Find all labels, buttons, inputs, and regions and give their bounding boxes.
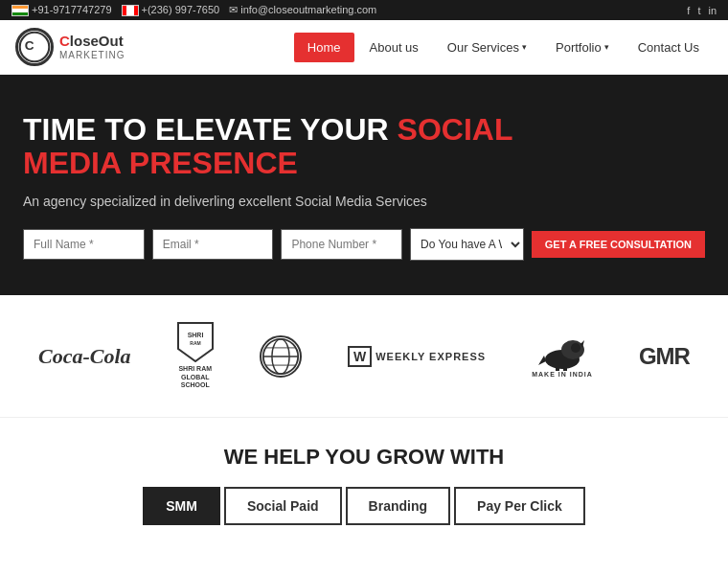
chevron-down-icon: ▾ [604,42,609,52]
tab-social-paid[interactable]: Social Paid [224,487,342,525]
logos-section: Coca-Cola SHRI RAM SHRI RAMGLOBALSCHOOL … [0,295,728,417]
header: C CloseOut Marketing Home About us Our S… [0,20,728,75]
weekly-logo: W WEEKLY EXPRESS [348,346,486,367]
hero-section: TIME TO ELEVATE YOUR SOCIAL MEDIA PRESEN… [0,75,728,295]
tab-branding[interactable]: Branding [346,487,450,525]
grow-section: WE HELP YOU GROW WITH SMM Social Paid Br… [0,418,728,544]
nav-about[interactable]: About us [356,33,432,62]
gmr-logo: GMR [639,343,690,370]
cocacola-logo: Coca-Cola [38,344,131,369]
svg-point-13 [571,343,580,353]
canada-flag: +(236) 997-7650 [122,4,220,16]
facebook-icon[interactable]: f [687,5,690,16]
nav-services[interactable]: Our Services ▾ [434,33,540,62]
tabs: SMM Social Paid Branding Pay Per Click [15,487,713,525]
svg-marker-15 [538,356,546,365]
chevron-down-icon: ▾ [522,42,527,52]
nav-portfolio[interactable]: Portfolio ▾ [542,33,623,62]
logo[interactable]: C CloseOut Marketing [15,28,125,66]
svg-text:RAM: RAM [190,340,200,346]
logo-icon: C [15,28,54,66]
top-bar-contact: +91-9717747279 +(236) 997-7650 ✉ info@cl… [11,4,376,16]
tab-ppc[interactable]: Pay Per Click [454,487,585,525]
nav-contact[interactable]: Contact Us [625,33,713,62]
logo-text: CloseOut Marketing [59,33,125,61]
email-contact: ✉ info@closeoutmarketing.com [229,4,376,16]
hero-form: Do You have A Website ? Yes No GET A FRE… [23,228,705,261]
email-input[interactable] [152,229,274,260]
nav-home[interactable]: Home [294,33,354,62]
svg-text:C: C [25,38,34,53]
lion-silhouette [536,334,589,371]
phone-input[interactable] [281,229,402,260]
tab-smm[interactable]: SMM [143,487,220,525]
instagram-icon[interactable]: in [708,5,717,16]
svg-text:SHRI: SHRI [187,332,203,338]
india-flag: +91-9717747279 [11,4,112,16]
globe-logo [260,335,302,378]
makeinindia-logo: MAKE IN INDIA [532,334,593,378]
grow-title: WE HELP YOU GROW WITH [15,445,713,470]
main-nav: Home About us Our Services ▾ Portfolio ▾… [294,33,713,62]
hero-subtitle: An agency specialized in deliverling exc… [23,194,705,209]
social-links[interactable]: f t in [687,5,717,16]
website-select[interactable]: Do You have A Website ? Yes No [410,228,524,261]
hero-title: TIME TO ELEVATE YOUR SOCIAL MEDIA PRESEN… [23,113,705,180]
consultation-button[interactable]: GET A FREE CONSULTATION [532,231,705,258]
top-bar: +91-9717747279 +(236) 997-7650 ✉ info@cl… [0,0,728,20]
fullname-input[interactable] [23,229,145,260]
twitter-icon[interactable]: t [697,5,700,16]
shriran-logo: SHRI RAM SHRI RAMGLOBALSCHOOL [177,322,214,389]
